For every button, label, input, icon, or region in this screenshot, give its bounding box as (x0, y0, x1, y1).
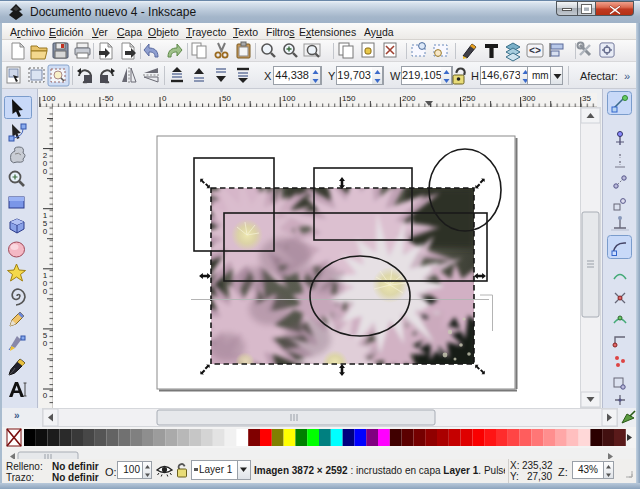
svg-text:200: 200 (402, 94, 416, 103)
svg-text:250: 250 (462, 94, 476, 103)
svg-text:150: 150 (41, 211, 50, 235)
svg-text:100: 100 (282, 94, 296, 103)
svg-text:50: 50 (222, 94, 231, 103)
svg-text:-50: -50 (102, 94, 114, 103)
svg-text:200: 200 (41, 151, 50, 175)
svg-text:100: 100 (42, 94, 56, 103)
svg-text:<>: <> (529, 46, 541, 57)
svg-text:0: 0 (162, 94, 167, 103)
svg-text:35: 35 (582, 94, 591, 103)
svg-text:150: 150 (342, 94, 356, 103)
svg-text:50: 50 (41, 331, 50, 347)
svg-text:0: 0 (41, 391, 50, 399)
svg-text:100: 100 (41, 271, 50, 295)
svg-text:300: 300 (522, 94, 536, 103)
